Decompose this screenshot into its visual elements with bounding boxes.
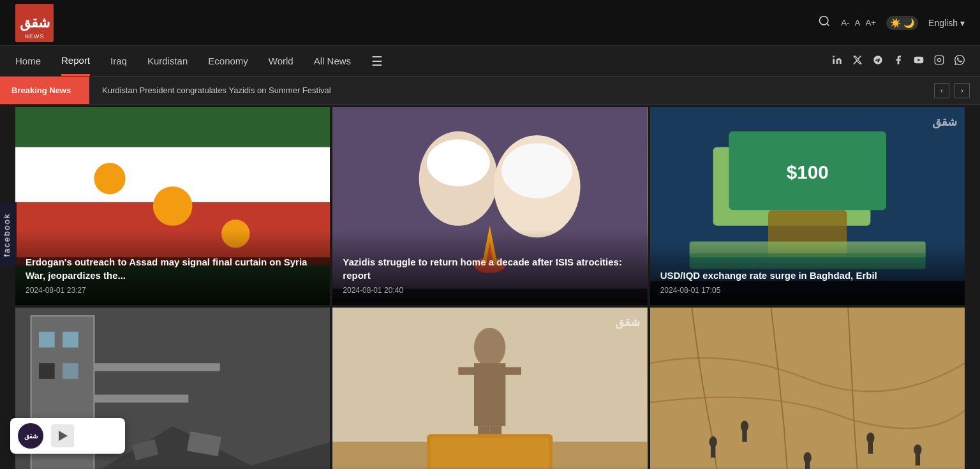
news-card-6-image <box>650 308 965 469</box>
nav-item-economy[interactable]: Economy <box>208 46 248 76</box>
telegram-icon[interactable] <box>873 55 883 68</box>
svg-point-8 <box>153 186 193 226</box>
news-card-4-overlay <box>15 466 330 469</box>
linkedin-icon[interactable] <box>832 55 842 68</box>
svg-rect-47 <box>501 367 521 375</box>
logo-arabic-text: شقق <box>20 15 50 31</box>
nav-item-kurdistan[interactable]: Kurdistan <box>147 46 188 76</box>
nav-link-iraq[interactable]: Iraq <box>110 46 127 76</box>
light-mode-icon: ☀️ <box>890 18 901 28</box>
svg-rect-3 <box>935 56 943 64</box>
font-decrease-button[interactable]: A- <box>841 18 849 27</box>
breaking-news-text: Kurdistan President congratulates Yazidi… <box>89 86 934 95</box>
news-card-1-date: 2024-08-01 23:27 <box>26 286 320 295</box>
breaking-news-arrows: ‹ › <box>934 83 980 98</box>
svg-rect-35 <box>63 363 78 379</box>
svg-rect-46 <box>459 367 479 375</box>
svg-point-15 <box>427 139 490 186</box>
svg-point-16 <box>501 143 572 198</box>
news-card-3-date: 2024-08-01 17:05 <box>660 286 954 295</box>
nav-bar: Home Report Iraq Kurdistan Economy World… <box>0 46 980 77</box>
news-card-6[interactable] <box>650 308 965 469</box>
svg-point-0 <box>820 17 828 25</box>
breaking-next-button[interactable]: › <box>954 83 970 98</box>
facebook-icon[interactable] <box>893 55 903 68</box>
nav-item-home[interactable]: Home <box>15 46 41 76</box>
news-card-6-overlay <box>650 466 965 469</box>
nav-link-kurdistan[interactable]: Kurdistan <box>147 46 188 76</box>
svg-point-2 <box>833 56 835 57</box>
svg-rect-33 <box>63 332 78 348</box>
news-grid: Erdogan's outreach to Assad may signal f… <box>0 107 980 469</box>
youtube-logo: شقق <box>18 423 43 449</box>
svg-line-1 <box>827 24 829 26</box>
news-card-1-overlay: Erdogan's outreach to Assad may signal f… <box>15 230 330 305</box>
play-triangle-icon <box>59 431 68 441</box>
news-card-1-title: Erdogan's outreach to Assad may signal f… <box>26 255 320 282</box>
dark-mode-icon: 🌙 <box>903 18 914 28</box>
language-label: English <box>928 18 958 28</box>
nav-item-allnews[interactable]: All News <box>314 46 351 76</box>
site-header: شقق NEWS A- A A+ ☀️ 🌙 English ▾ <box>0 0 980 46</box>
news-card-2-date: 2024-08-01 20:40 <box>343 286 637 295</box>
news-card-2-overlay: Yazidis struggle to return home a decade… <box>332 230 647 305</box>
language-selector[interactable]: English ▾ <box>928 18 965 28</box>
youtube-popup: شقق <box>10 418 125 454</box>
svg-point-9 <box>94 163 125 194</box>
svg-rect-34 <box>39 363 55 379</box>
instagram-icon[interactable] <box>934 55 944 68</box>
nav-item-hamburger[interactable]: ☰ <box>371 46 383 76</box>
nav-link-allnews[interactable]: All News <box>314 46 351 76</box>
theme-toggle[interactable]: ☀️ 🌙 <box>886 16 918 30</box>
nav-item-iraq[interactable]: Iraq <box>110 46 127 76</box>
news-card-3[interactable]: شقق $100 USD/IQD exchange rate surge in … <box>650 107 965 305</box>
news-card-5-image: شقق <box>332 308 647 469</box>
nav-item-world[interactable]: World <box>269 46 293 76</box>
twitter-icon[interactable] <box>852 55 863 68</box>
nav-item-report[interactable]: Report <box>61 46 90 76</box>
news-card-3-overlay: USD/IQD exchange rate surge in Baghdad, … <box>650 243 965 305</box>
svg-text:$100: $100 <box>786 161 828 182</box>
watermark-5: شقق <box>615 315 640 329</box>
svg-rect-45 <box>474 363 505 426</box>
nav-link-economy[interactable]: Economy <box>208 46 248 76</box>
news-card-2-title: Yazidis struggle to return home a decade… <box>343 255 637 282</box>
font-size-controls: A- A A+ <box>841 18 876 27</box>
svg-rect-39 <box>94 363 219 371</box>
svg-point-44 <box>474 328 505 368</box>
hamburger-icon[interactable]: ☰ <box>371 54 383 69</box>
nav-link-report[interactable]: Report <box>61 46 90 76</box>
logo-box: شقق NEWS <box>15 4 54 42</box>
watermark-3: شقق <box>932 115 957 129</box>
logo-area[interactable]: شقق NEWS <box>15 4 54 42</box>
news-card-5[interactable]: شقق <box>332 308 647 469</box>
header-controls: A- A A+ ☀️ 🌙 English ▾ <box>818 15 965 31</box>
youtube-play-button[interactable] <box>51 424 74 447</box>
news-card-3-title: USD/IQD exchange rate surge in Baghdad, … <box>660 269 954 282</box>
svg-rect-32 <box>39 332 55 348</box>
svg-rect-51 <box>431 438 549 469</box>
youtube-icon[interactable] <box>914 55 924 68</box>
search-button[interactable] <box>818 15 831 31</box>
news-card-1[interactable]: Erdogan's outreach to Assad may signal f… <box>15 107 330 305</box>
breaking-news-label: Breaking News <box>0 77 89 104</box>
font-increase-button[interactable]: A+ <box>865 18 876 27</box>
news-card-2[interactable]: Yazidis struggle to return home a decade… <box>332 107 647 305</box>
facebook-sidebar[interactable]: facebook <box>0 202 17 267</box>
breaking-news-bar: Breaking News Kurdistan President congra… <box>0 77 980 105</box>
logo-news-label: NEWS <box>25 33 45 40</box>
font-normal-button[interactable]: A <box>855 18 861 27</box>
svg-rect-64 <box>650 308 965 469</box>
nav-links: Home Report Iraq Kurdistan Economy World… <box>15 46 383 76</box>
whatsapp-icon[interactable] <box>954 55 965 68</box>
breaking-prev-button[interactable]: ‹ <box>934 83 949 98</box>
facebook-sidebar-label: facebook <box>2 212 11 257</box>
svg-rect-40 <box>94 395 188 403</box>
news-card-5-overlay <box>332 466 647 469</box>
social-icons <box>832 55 965 68</box>
chevron-down-icon: ▾ <box>960 18 965 28</box>
nav-link-home[interactable]: Home <box>15 46 41 76</box>
nav-link-world[interactable]: World <box>269 46 293 76</box>
